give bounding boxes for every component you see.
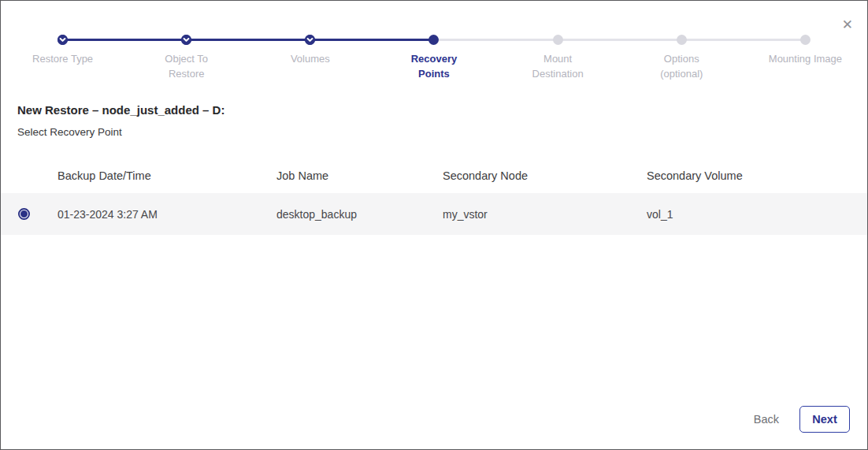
stepper-step-restore-type[interactable]: Restore Type bbox=[1, 35, 124, 81]
stepper-step-recovery-points[interactable]: Recovery Points bbox=[372, 35, 495, 81]
wizard-footer: Back Next bbox=[754, 406, 850, 433]
wizard-stepper: Restore Type Object To Restore Volumes R… bbox=[1, 1, 867, 81]
cell-secondary-volume: vol_1 bbox=[647, 208, 867, 221]
column-header-job-name: Job Name bbox=[276, 169, 443, 182]
current-step-dot-icon bbox=[428, 35, 439, 45]
check-chevron-icon bbox=[181, 35, 191, 45]
stepper-step-mounting-image: Mounting Image bbox=[744, 35, 867, 81]
stepper-connector bbox=[681, 39, 805, 41]
stepper-connector bbox=[434, 39, 558, 41]
cell-job-name: desktop_backup bbox=[276, 208, 443, 221]
recovery-points-table: Backup Date/Time Job Name Secondary Node… bbox=[1, 158, 867, 235]
stepper-step-mount-destination: Mount Destination bbox=[496, 35, 620, 81]
cell-secondary-node: my_vstor bbox=[443, 208, 647, 221]
stepper-step-volumes[interactable]: Volumes bbox=[248, 35, 372, 81]
page-subtitle: Select Recovery Point bbox=[17, 126, 867, 138]
pending-step-dot-icon bbox=[800, 35, 811, 45]
pending-step-dot-icon bbox=[553, 35, 563, 45]
stepper-connector bbox=[63, 39, 187, 41]
cell-backup-datetime: 01-23-2024 3:27 AM bbox=[57, 208, 276, 221]
stepper-step-label: Recovery Points bbox=[396, 51, 472, 81]
stepper-step-label: Mounting Image bbox=[769, 51, 842, 66]
pending-step-dot-icon bbox=[677, 35, 687, 45]
stepper-connector bbox=[310, 39, 434, 41]
stepper-step-label: Mount Destination bbox=[520, 51, 595, 81]
stepper-connector bbox=[187, 39, 310, 41]
radio-selected-icon[interactable] bbox=[18, 208, 30, 220]
column-header-secondary-node: Secondary Node bbox=[443, 169, 647, 182]
stepper-step-options: Options (optional) bbox=[620, 35, 744, 81]
table-header-row: Backup Date/Time Job Name Secondary Node… bbox=[1, 158, 867, 193]
table-row[interactable]: 01-23-2024 3:27 AM desktop_backup my_vst… bbox=[1, 193, 867, 235]
check-chevron-icon bbox=[57, 35, 68, 45]
back-button[interactable]: Back bbox=[754, 413, 779, 426]
stepper-step-label: Restore Type bbox=[32, 51, 93, 66]
stepper-connector bbox=[558, 39, 681, 41]
next-button[interactable]: Next bbox=[799, 406, 850, 433]
restore-wizard-dialog: { "dialog": { "title": "New Restore – no… bbox=[0, 0, 868, 450]
close-icon[interactable]: ✕ bbox=[842, 18, 853, 32]
column-header-backup-datetime: Backup Date/Time bbox=[57, 169, 276, 182]
column-header-secondary-volume: Secondary Volume bbox=[647, 169, 867, 182]
row-radio-cell bbox=[1, 208, 57, 220]
stepper-step-object-to-restore[interactable]: Object To Restore bbox=[124, 35, 248, 81]
radio-inner-dot bbox=[20, 210, 28, 218]
stepper-step-label: Volumes bbox=[291, 51, 330, 66]
check-chevron-icon bbox=[305, 35, 315, 45]
stepper-step-label: Object To Restore bbox=[149, 51, 224, 81]
page-title: New Restore – node_just_added – D: bbox=[17, 103, 867, 117]
stepper-step-label: Options (optional) bbox=[644, 51, 719, 81]
